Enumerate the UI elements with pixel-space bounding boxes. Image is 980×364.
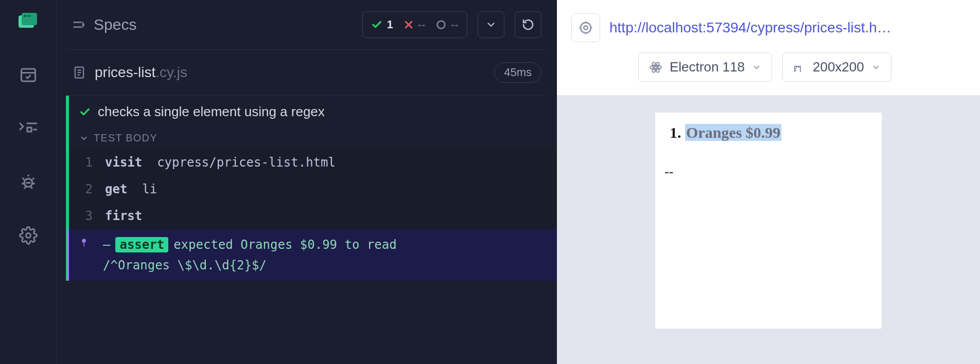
command-row-assert[interactable]: – assert expected Oranges $0.99 to read … <box>67 229 557 281</box>
chevron-down-icon <box>752 63 761 72</box>
specs-title: Specs <box>94 16 136 33</box>
prices-list: Oranges $0.99 <box>664 124 872 141</box>
svg-point-3 <box>26 15 28 16</box>
aut-extra-text: -- <box>664 164 872 179</box>
debug-nav-icon[interactable] <box>17 171 40 193</box>
aut-controls: Electron 118 200x200 <box>624 47 980 95</box>
selector-playground-button[interactable] <box>571 13 600 42</box>
command-name: get <box>105 182 127 196</box>
spec-file-name: prices-list <box>95 64 155 80</box>
browser-label: Electron 118 <box>670 59 745 75</box>
svg-point-2 <box>24 15 25 16</box>
spec-file-ext: .cy.js <box>155 64 187 80</box>
browser-selector[interactable]: Electron 118 <box>638 52 772 82</box>
reporter-header: Specs 1 -- -- <box>57 0 557 49</box>
passed-stat: 1 <box>371 18 393 31</box>
svg-point-21 <box>82 239 86 243</box>
command-log: 1 visit cypress/prices-list.html 2 get l… <box>69 149 557 281</box>
command-row[interactable]: 2 get li <box>69 176 557 203</box>
pin-icon <box>77 235 91 248</box>
pending-stat: -- <box>435 18 459 31</box>
svg-rect-7 <box>27 128 31 132</box>
test-title: checks a single element using a regex <box>98 104 325 120</box>
viewport-label: 200x200 <box>813 59 864 75</box>
test-body-toggle[interactable]: TEST BODY <box>69 125 557 149</box>
x-icon <box>404 20 414 30</box>
assert-message-1: expected Oranges $0.99 to read <box>173 235 396 254</box>
svg-point-16 <box>437 21 445 29</box>
rerun-button[interactable] <box>515 11 541 38</box>
runs-nav-icon[interactable] <box>17 117 40 140</box>
line-number: 1 <box>79 155 93 170</box>
check-icon <box>79 106 91 118</box>
test-body-label: TEST BODY <box>94 132 157 144</box>
cypress-logo-icon[interactable] <box>17 10 40 33</box>
command-name: first <box>105 209 142 223</box>
test-stats: 1 -- -- <box>362 11 467 38</box>
assert-message-2: /^Oranges \$\d.\d{2}$/ <box>103 256 397 275</box>
viewport-selector[interactable]: 200x200 <box>782 52 891 82</box>
highlighted-element: Oranges $0.99 <box>685 124 781 141</box>
aut-viewport-area: Oranges $0.99 -- <box>557 95 980 364</box>
assert-dash: – <box>103 238 110 252</box>
failed-count: -- <box>418 18 426 31</box>
line-number: 2 <box>79 182 93 196</box>
svg-point-11 <box>26 233 30 238</box>
check-icon <box>371 19 382 30</box>
svg-point-29 <box>655 66 657 68</box>
collapse-icon[interactable] <box>72 17 86 32</box>
failed-stat: -- <box>404 18 426 31</box>
settings-nav-icon[interactable] <box>17 224 40 247</box>
svg-point-24 <box>584 26 588 30</box>
pending-count: -- <box>451 18 459 31</box>
activity-bar <box>0 0 57 364</box>
passed-count: 1 <box>387 18 393 31</box>
aut-iframe[interactable]: Oranges $0.99 -- <box>655 113 882 329</box>
chevron-down-icon <box>79 134 89 143</box>
electron-icon <box>649 61 662 74</box>
ruler-icon <box>793 61 806 74</box>
pending-icon <box>435 19 447 30</box>
command-arg: cypress/prices-list.html <box>157 155 336 170</box>
svg-rect-22 <box>83 242 84 246</box>
aut-panel: http://localhost:57394/cypress/prices-li… <box>557 0 980 364</box>
test-block: checks a single element using a regex TE… <box>66 96 557 281</box>
svg-point-4 <box>29 15 30 16</box>
chevron-down-icon <box>871 63 881 72</box>
spec-duration: 45ms <box>494 62 541 83</box>
command-row[interactable]: 3 first <box>69 203 557 229</box>
test-title-row[interactable]: checks a single element using a regex <box>69 99 557 125</box>
file-icon <box>72 65 86 80</box>
line-number: 3 <box>79 209 93 223</box>
next-button[interactable] <box>478 11 504 38</box>
specs-nav-icon[interactable] <box>17 64 40 86</box>
svg-rect-1 <box>22 13 37 25</box>
spec-file-row[interactable]: prices-list.cy.js 45ms <box>57 50 557 95</box>
command-row[interactable]: 1 visit cypress/prices-list.html <box>69 149 557 176</box>
command-arg: li <box>142 182 157 196</box>
assert-badge: assert <box>115 237 168 252</box>
command-name: visit <box>105 155 142 170</box>
aut-url[interactable]: http://localhost:57394/cypress/prices-li… <box>609 20 891 36</box>
svg-rect-5 <box>21 69 35 81</box>
svg-point-23 <box>581 23 591 33</box>
reporter-panel: Specs 1 -- -- <box>57 0 557 364</box>
aut-url-bar: http://localhost:57394/cypress/prices-li… <box>557 0 980 47</box>
list-item: Oranges $0.99 <box>685 124 872 141</box>
